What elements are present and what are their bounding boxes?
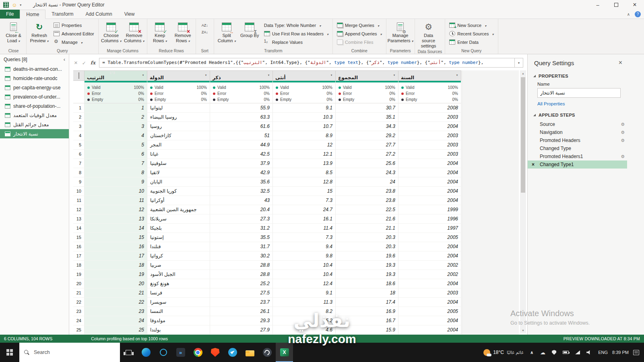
row-number[interactable]: 5 (73, 140, 85, 150)
search-input[interactable] (33, 349, 105, 356)
row-number[interactable]: 25 (73, 325, 85, 335)
cell[interactable]: 22.5 (336, 205, 398, 214)
cell[interactable]: 2003 (398, 140, 461, 150)
cell[interactable]: 2004 (398, 251, 461, 261)
cell[interactable]: 2005 (398, 233, 461, 242)
remove-rows-button[interactable]: Remove Rows (172, 20, 194, 44)
cell[interactable]: 12 (273, 140, 336, 150)
cell[interactable]: 15 (85, 233, 147, 242)
cell[interactable]: 32.5 (210, 187, 273, 196)
excel-button[interactable] (276, 343, 293, 362)
cell[interactable]: 2003 (398, 288, 461, 298)
cell[interactable]: كرواتيا (147, 251, 210, 261)
cell[interactable]: 2004 (398, 168, 461, 177)
cell[interactable]: 19.6 (336, 251, 398, 261)
sidebar-item-query[interactable]: deaths-in-armed-con... (0, 64, 69, 74)
cell[interactable]: 19.3 (336, 261, 398, 270)
refresh-preview-button[interactable]: Refresh Preview (28, 20, 50, 44)
cell[interactable]: 2004 (398, 242, 461, 251)
merge-queries-button[interactable]: Merge Queries (334, 21, 384, 29)
cell[interactable]: 21.6 (336, 214, 398, 224)
cell[interactable]: 2 (85, 113, 147, 122)
cell[interactable]: 35.6 (210, 177, 273, 187)
manage-parameters-button[interactable]: Manage Parameters (388, 20, 413, 44)
cell[interactable]: 22 (85, 298, 147, 307)
cell[interactable]: 20 (85, 279, 147, 288)
step-settings-gear-icon[interactable] (621, 130, 625, 135)
column-header[interactable]: 1²3الترتيب (85, 70, 147, 81)
cell[interactable]: 2008 (398, 103, 461, 113)
row-number[interactable]: 22 (73, 298, 85, 307)
cell[interactable]: 1997 (398, 224, 461, 233)
cell[interactable]: 1 (85, 103, 147, 113)
filter-dropdown-icon[interactable] (329, 72, 334, 78)
formula-input[interactable]: = Table.TransformColumnTypes(#"Promoted … (99, 58, 515, 68)
cell[interactable]: 18 (85, 261, 147, 270)
sidebar-item-query[interactable]: prevalence-of-under... (0, 92, 69, 101)
cell[interactable]: 9.8 (273, 251, 336, 261)
tab-file[interactable]: File (0, 10, 20, 19)
cell[interactable]: 11 (85, 196, 147, 205)
cell[interactable]: 12.8 (273, 177, 336, 187)
commit-formula-icon[interactable] (82, 59, 86, 66)
cell[interactable]: 23 (85, 307, 147, 316)
cell[interactable]: مولدوفا (147, 316, 210, 325)
cell[interactable]: لاتفيا (147, 168, 210, 177)
brave-button[interactable] (206, 343, 224, 362)
cell[interactable]: سويسرا (147, 298, 210, 307)
cell[interactable]: 2004 (398, 187, 461, 196)
cell[interactable]: 2004 (398, 122, 461, 131)
file-explorer-button[interactable] (241, 343, 258, 362)
row-number[interactable]: 21 (73, 288, 85, 298)
row-number[interactable]: 17 (73, 251, 85, 261)
cell[interactable]: 63.3 (210, 113, 273, 122)
maximize-button[interactable] (607, 0, 625, 10)
cell[interactable]: 2004 (398, 325, 461, 335)
cell[interactable]: 16 (85, 242, 147, 251)
cell[interactable]: 9 (85, 177, 147, 187)
cell[interactable]: 7.3 (273, 196, 336, 205)
cell[interactable]: 4 (85, 131, 147, 140)
cell[interactable]: 43 (210, 196, 273, 205)
scroll-down-icon[interactable] (520, 327, 526, 333)
row-number[interactable]: 11 (73, 196, 85, 205)
cell[interactable]: 16.9 (336, 307, 398, 316)
cell[interactable]: 24.7 (273, 205, 336, 214)
language-indicator[interactable]: ENG (598, 350, 608, 355)
cell[interactable]: 19 (85, 270, 147, 279)
cell[interactable]: 4.6 (273, 325, 336, 335)
chrome-button[interactable] (189, 343, 206, 362)
cell[interactable]: 30.7 (336, 103, 398, 113)
cell[interactable]: 2004 (398, 279, 461, 288)
cell[interactable]: 8.2 (273, 307, 336, 316)
sort-ascending-button[interactable] (199, 22, 211, 28)
cell[interactable]: 2004 (398, 298, 461, 307)
cell[interactable]: 21 (85, 288, 147, 298)
cell[interactable]: غيانا (147, 150, 210, 159)
minimize-button[interactable] (588, 0, 607, 10)
row-number[interactable]: 2 (73, 113, 85, 122)
cell[interactable]: 10.7 (273, 122, 336, 131)
cell[interactable]: 16.1 (273, 214, 336, 224)
row-number[interactable]: 15 (73, 233, 85, 242)
start-button[interactable] (0, 343, 19, 362)
query-name-input[interactable] (537, 88, 621, 98)
dev-tool-button[interactable] (172, 343, 189, 362)
tab-add-column[interactable]: Add Column (80, 10, 118, 19)
cell[interactable]: 23.8 (336, 196, 398, 205)
cell[interactable]: 23.8 (336, 187, 398, 196)
cell[interactable]: جمهورية الصين الشعبية (147, 205, 210, 214)
step-settings-gear-icon[interactable] (621, 122, 625, 127)
cell[interactable]: 14 (85, 224, 147, 233)
cell[interactable]: 2004 (398, 159, 461, 168)
cell[interactable]: 12.1 (273, 150, 336, 159)
row-number[interactable]: 20 (73, 279, 85, 288)
replace-values-button[interactable]: Replace Values (262, 38, 331, 46)
cell[interactable]: 13 (85, 214, 147, 224)
cell[interactable]: 26.1 (210, 307, 273, 316)
row-number[interactable]: 4 (73, 131, 85, 140)
row-number[interactable]: 7 (73, 159, 85, 168)
cell[interactable]: 28.8 (210, 270, 273, 279)
filter-dropdown-icon[interactable] (454, 72, 460, 78)
cell[interactable]: 42.5 (210, 150, 273, 159)
